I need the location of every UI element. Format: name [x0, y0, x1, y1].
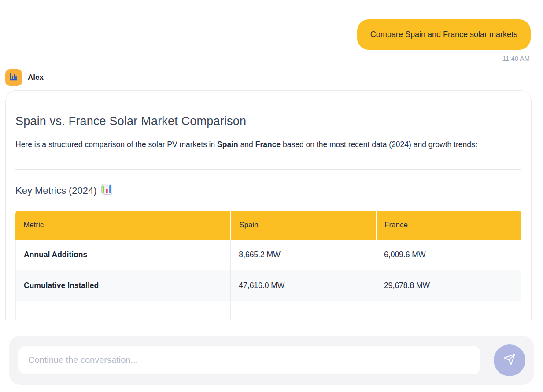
assistant-name: Alex — [28, 73, 44, 82]
section-heading: Key Metrics (2024) — [15, 184, 521, 197]
cell-metric — [15, 301, 230, 320]
section-divider — [15, 169, 521, 170]
intro-text: based on the most recent data (2024) and… — [281, 140, 477, 149]
composer-bar — [9, 336, 534, 385]
user-message-row: Compare Spain and France solar markets — [0, 0, 543, 50]
bar-chart-emoji-icon — [101, 184, 112, 197]
intro-text: and — [238, 140, 255, 149]
table-row: Annual Additions 8,665.2 MW 6,009.6 MW — [15, 240, 521, 270]
intro-bold-france: France — [255, 140, 281, 149]
cell-spain — [230, 301, 376, 320]
card-intro-paragraph: Here is a structured comparison of the s… — [15, 137, 521, 152]
table-header-france: France — [376, 211, 521, 240]
table-row-clipped — [15, 301, 521, 320]
cell-spain: 8,665.2 MW — [230, 240, 376, 270]
chat-scroll-area[interactable]: Compare Spain and France solar markets 1… — [0, 0, 543, 320]
cell-metric: Cumulative Installed — [15, 270, 230, 301]
bar-chart-avatar-icon — [8, 71, 19, 84]
table-row: Cumulative Installed 47,616.0 MW 29,678.… — [15, 270, 521, 301]
table-header-spain: Spain — [230, 211, 376, 240]
cell-spain: 47,616.0 MW — [230, 270, 376, 301]
metrics-table: Metric Spain France Annual Additions 8,6… — [15, 211, 521, 320]
avatar — [5, 69, 22, 86]
table-header-metric: Metric — [15, 211, 230, 240]
message-timestamp: 11:40 AM — [0, 55, 530, 62]
cell-france: 29,678.8 MW — [376, 270, 521, 301]
assistant-response-card: Spain vs. France Solar Market Comparison… — [5, 90, 532, 320]
message-input[interactable] — [18, 346, 480, 374]
send-button[interactable] — [494, 344, 525, 376]
send-icon — [503, 353, 516, 367]
card-title: Spain vs. France Solar Market Comparison — [15, 115, 521, 128]
assistant-header: Alex — [5, 69, 543, 86]
section-heading-text: Key Metrics (2024) — [15, 185, 97, 196]
intro-text: Here is a structured comparison of the s… — [15, 140, 217, 149]
table-header-row: Metric Spain France — [15, 211, 521, 240]
user-message-bubble: Compare Spain and France solar markets — [357, 19, 531, 50]
cell-france — [376, 301, 521, 320]
cell-france: 6,009.6 MW — [376, 240, 521, 270]
intro-bold-spain: Spain — [217, 140, 238, 149]
cell-metric: Annual Additions — [15, 240, 230, 270]
